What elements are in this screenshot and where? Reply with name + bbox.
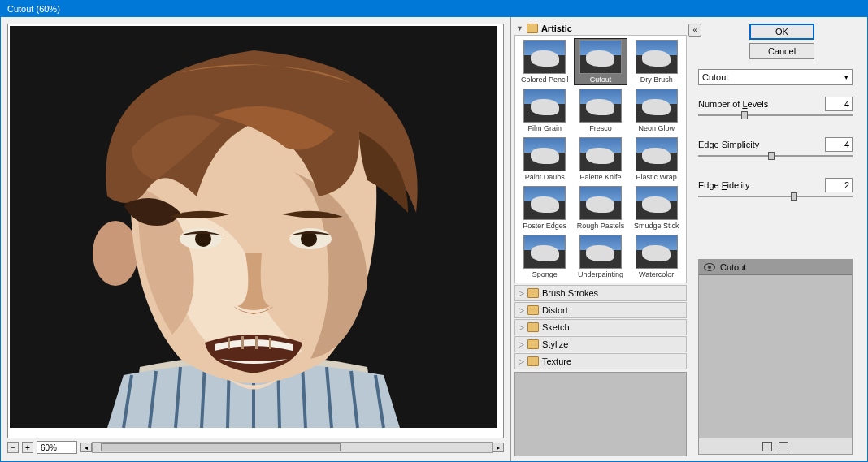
effect-layers-panel: Cutout [698, 259, 853, 455]
preview-viewport[interactable] [7, 24, 504, 438]
filter-select-dropdown[interactable]: Cutout ▾ [698, 69, 853, 85]
param-input-number-of-levels[interactable] [825, 97, 853, 111]
collapse-icon: ▼ [516, 24, 523, 32]
horizontal-scrollbar[interactable] [92, 442, 493, 453]
thumb-preview-icon [523, 89, 566, 123]
filters-empty-area [514, 372, 687, 456]
thumb-preview-icon [636, 89, 678, 123]
thumb-preview-icon [579, 40, 622, 74]
thumb-label: Dry Brush [631, 76, 682, 84]
thumb-label: Film Grain [519, 124, 571, 132]
new-effect-layer-icon[interactable] [762, 442, 772, 451]
filter-thumb-neon-glow[interactable]: Neon Glow [629, 87, 684, 134]
category-sketch[interactable]: ▷Sketch [514, 319, 687, 335]
thumb-preview-icon [636, 186, 678, 220]
effect-layer-label: Cutout [720, 262, 746, 272]
delete-effect-layer-icon[interactable] [779, 442, 788, 451]
thumb-label: Sponge [519, 270, 571, 278]
thumb-label: Rough Pastels [575, 222, 627, 230]
category-label: Brush Strokes [542, 288, 598, 298]
category-label: Stylize [542, 339, 568, 349]
param-input-edge-fidelity[interactable] [825, 178, 853, 192]
category-brush-strokes[interactable]: ▷Brush Strokes [514, 285, 687, 301]
ok-button[interactable]: OK [749, 24, 814, 40]
cancel-button[interactable]: Cancel [749, 43, 814, 59]
filter-thumb-underpainting[interactable]: Underpainting [574, 233, 628, 280]
thumb-label: Paint Daubs [519, 173, 571, 181]
thumb-label: Colored Pencil [519, 76, 571, 84]
settings-pane: « OK Cancel Cutout ▾ Number of LevelsEdg… [690, 17, 861, 461]
param-label: Edge Fidelity [698, 180, 750, 190]
filter-thumb-fresco[interactable]: Fresco [574, 87, 628, 134]
thumb-label: Poster Edges [519, 222, 571, 230]
thumb-label: Neon Glow [631, 124, 682, 132]
folder-icon [527, 288, 539, 298]
param-row-edge-fidelity: Edge Fidelity [698, 178, 853, 192]
main-area: − + ◂ ▸ ▼ Artistic Colored PencilCutoutD… [1, 17, 867, 461]
param-row-number-of-levels: Number of Levels [698, 97, 853, 111]
filter-thumb-plastic-wrap[interactable]: Plastic Wrap [629, 136, 684, 183]
expand-icon: ▷ [519, 357, 524, 365]
thumb-label: Plastic Wrap [631, 173, 682, 181]
category-label: Sketch [542, 322, 570, 332]
thumb-preview-icon [523, 40, 566, 74]
filter-thumb-poster-edges[interactable]: Poster Edges [518, 184, 572, 231]
filter-thumb-film-grain[interactable]: Film Grain [518, 87, 572, 134]
category-artistic-header[interactable]: ▼ Artistic [514, 22, 687, 35]
filter-thumbnails-grid: Colored PencilCutoutDry BrushFilm GrainF… [514, 35, 687, 283]
param-slider-edge-fidelity[interactable] [698, 194, 853, 207]
filters-pane: ▼ Artistic Colored PencilCutoutDry Brush… [511, 17, 690, 461]
category-distort[interactable]: ▷Distort [514, 302, 687, 318]
preview-controls: − + ◂ ▸ [7, 440, 504, 455]
folder-icon [527, 305, 539, 315]
filter-thumb-palette-knife[interactable]: Palette Knife [574, 136, 628, 183]
thumb-label: Fresco [575, 124, 627, 132]
expand-icon: ▷ [519, 289, 524, 297]
expand-icon: ▷ [519, 340, 524, 348]
scroll-right-button[interactable]: ▸ [493, 443, 504, 452]
filter-thumb-colored-pencil[interactable]: Colored Pencil [518, 38, 572, 85]
thumb-label: Watercolor [631, 270, 682, 278]
thumb-label: Cutout [575, 76, 627, 84]
param-slider-number-of-levels[interactable] [698, 113, 853, 126]
thumb-preview-icon [523, 186, 566, 220]
param-input-edge-simplicity[interactable] [825, 137, 853, 152]
effect-layer-row[interactable]: Cutout [699, 260, 852, 275]
zoom-field[interactable] [37, 441, 77, 454]
preview-pane: − + ◂ ▸ [1, 17, 511, 461]
param-slider-edge-simplicity[interactable] [698, 153, 853, 166]
thumb-preview-icon [636, 40, 678, 74]
category-texture[interactable]: ▷Texture [514, 353, 687, 369]
filter-thumb-paint-daubs[interactable]: Paint Daubs [518, 136, 572, 183]
expand-icon: ▷ [519, 323, 524, 331]
thumb-preview-icon [579, 137, 622, 171]
expand-icon: ▷ [519, 306, 524, 314]
thumb-preview-icon [636, 235, 678, 269]
category-label: Texture [542, 356, 571, 366]
folder-icon [527, 24, 538, 33]
filter-select-value: Cutout [702, 72, 728, 82]
folder-icon [527, 356, 539, 366]
filter-thumb-smudge-stick[interactable]: Smudge Stick [629, 184, 684, 231]
thumb-preview-icon [579, 235, 622, 269]
chevron-down-icon: ▾ [844, 73, 848, 81]
filter-thumb-rough-pastels[interactable]: Rough Pastels [574, 184, 628, 231]
category-label: Artistic [541, 24, 572, 33]
filter-thumb-dry-brush[interactable]: Dry Brush [629, 38, 684, 85]
filter-thumb-watercolor[interactable]: Watercolor [629, 233, 684, 280]
title-bar: Cutout (60%) [1, 1, 867, 17]
collapse-settings-button[interactable]: « [688, 24, 701, 37]
zoom-out-button[interactable]: − [7, 442, 19, 453]
filter-thumb-cutout[interactable]: Cutout [574, 38, 628, 85]
visibility-eye-icon[interactable] [704, 263, 715, 271]
thumb-preview-icon [523, 137, 566, 171]
thumb-preview-icon [636, 137, 678, 171]
category-stylize[interactable]: ▷Stylize [514, 336, 687, 352]
zoom-in-button[interactable]: + [22, 442, 33, 453]
param-label: Number of Levels [698, 99, 768, 109]
scroll-left-button[interactable]: ◂ [80, 443, 92, 452]
param-label: Edge Simplicity [698, 140, 759, 149]
thumb-preview-icon [523, 235, 566, 269]
thumb-label: Underpainting [575, 270, 627, 278]
filter-thumb-sponge[interactable]: Sponge [518, 233, 572, 280]
